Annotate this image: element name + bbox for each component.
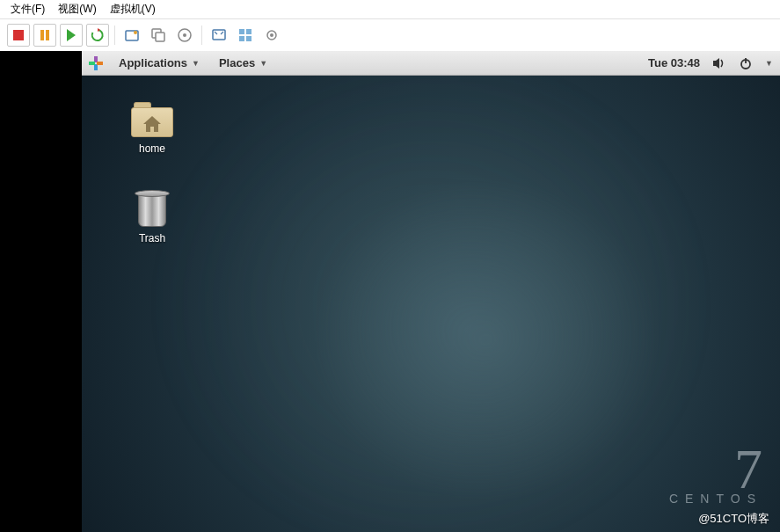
places-menu[interactable]: Places ▼ <box>215 55 271 71</box>
guest-desktop[interactable]: home Trash 7 CENTOS @51CTO博客 <box>82 76 780 532</box>
svg-rect-21 <box>97 62 103 65</box>
guest-screen: Applications ▼ Places ▼ Tue 03:48 ▼ <box>82 51 780 532</box>
svg-rect-11 <box>213 30 225 40</box>
centos-brand: 7 CENTOS <box>669 447 762 506</box>
svg-marker-25 <box>143 116 161 132</box>
desktop-icon-home[interactable]: home <box>117 102 187 155</box>
svg-rect-14 <box>239 36 244 41</box>
fullscreen-icon <box>212 28 226 42</box>
chevron-down-icon: ▼ <box>192 59 200 68</box>
host-menubar: 文件(F) 视图(W) 虚拟机(V) <box>0 0 780 19</box>
stop-button[interactable] <box>7 24 30 47</box>
guest-topbar: Applications ▼ Places ▼ Tue 03:48 ▼ <box>82 51 780 76</box>
cd-icon <box>178 28 192 42</box>
watermark: @51CTO博客 <box>698 511 769 527</box>
snapshot-manager-button[interactable] <box>147 24 170 47</box>
svg-rect-1 <box>40 30 44 40</box>
gear-icon <box>265 28 279 42</box>
fullscreen-button[interactable] <box>208 24 230 47</box>
applications-label: Applications <box>119 56 187 69</box>
settings-button[interactable] <box>260 24 283 47</box>
pause-icon <box>40 30 50 40</box>
cd-device-button[interactable] <box>173 24 196 47</box>
play-button[interactable] <box>60 24 83 47</box>
restart-icon <box>91 28 105 42</box>
svg-marker-3 <box>67 29 76 41</box>
restart-button[interactable] <box>86 24 109 47</box>
trash-icon <box>135 188 170 227</box>
svg-rect-12 <box>239 29 244 34</box>
stop-icon <box>13 30 24 40</box>
svg-rect-2 <box>46 30 49 40</box>
svg-point-10 <box>183 33 186 37</box>
svg-rect-20 <box>89 62 95 65</box>
svg-point-17 <box>270 33 273 37</box>
chevron-down-icon: ▼ <box>259 59 267 68</box>
centos-version: 7 <box>669 447 762 492</box>
svg-rect-0 <box>13 30 24 40</box>
clock[interactable]: Tue 03:48 <box>648 56 700 69</box>
menu-file[interactable]: 文件(F) <box>5 0 50 18</box>
vm-display-area: Applications ▼ Places ▼ Tue 03:48 ▼ <box>0 51 780 532</box>
volume-icon[interactable] <box>712 56 726 70</box>
chevron-down-icon[interactable]: ▼ <box>765 59 773 68</box>
menu-view[interactable]: 视图(W) <box>53 0 101 18</box>
svg-rect-19 <box>94 64 98 70</box>
snapshot-icon <box>125 28 139 42</box>
svg-point-6 <box>134 31 137 34</box>
svg-rect-8 <box>156 33 164 41</box>
svg-marker-22 <box>713 58 719 69</box>
play-icon <box>66 29 77 41</box>
desktop-icon-label: home <box>139 142 165 155</box>
menu-vm[interactable]: 虚拟机(V) <box>105 0 161 18</box>
folder-icon <box>131 102 173 137</box>
host-toolbar <box>0 19 780 51</box>
svg-rect-13 <box>246 29 251 34</box>
centos-name: CENTOS <box>669 492 762 506</box>
snapshot-manager-icon <box>151 28 165 42</box>
power-icon[interactable] <box>739 56 753 70</box>
applications-menu[interactable]: Applications ▼ <box>115 55 203 71</box>
house-icon <box>143 116 161 132</box>
svg-rect-15 <box>246 36 251 41</box>
desktop-icon-label: Trash <box>139 232 165 244</box>
centos-logo-icon <box>89 56 103 70</box>
svg-rect-18 <box>94 56 98 62</box>
snapshot-button[interactable] <box>120 24 143 47</box>
places-label: Places <box>219 56 255 69</box>
unity-button[interactable] <box>234 24 257 47</box>
unity-icon <box>238 28 252 42</box>
toolbar-separator <box>201 26 202 45</box>
letterbox-left <box>0 51 82 532</box>
toolbar-separator <box>114 26 115 45</box>
desktop-icon-trash[interactable]: Trash <box>117 188 187 244</box>
pause-button[interactable] <box>33 24 56 47</box>
